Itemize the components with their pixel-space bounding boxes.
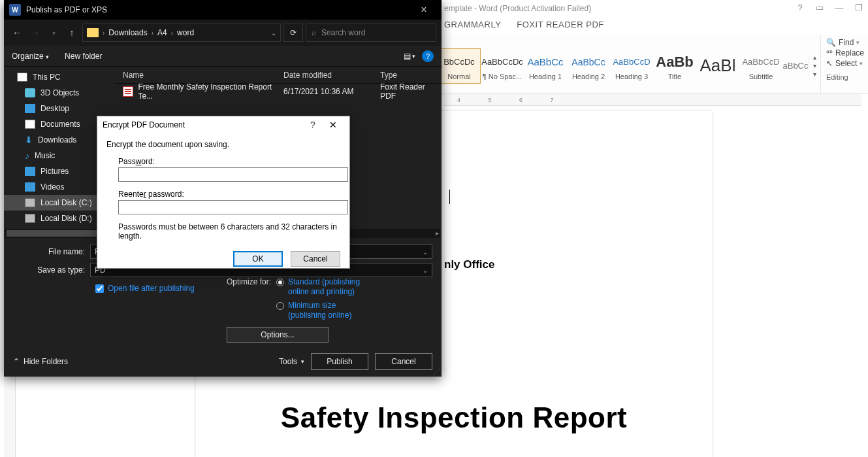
list-header[interactable]: Name Date modified Type [115,67,442,84]
chevron-down-icon: ▾ [860,60,863,67]
style-aabi[interactable]: AaBl [696,53,739,79]
password-input[interactable] [118,167,348,182]
breadcrumb-a4[interactable]: A4 [157,28,167,37]
new-folder-button[interactable]: New folder [65,52,102,61]
style-subtitle[interactable]: AaBbCcD Subtitle [739,49,782,83]
chevron-down-icon: ▾ [856,39,860,46]
breadcrumb-word[interactable]: word [177,28,194,37]
style-gallery[interactable]: BbCcDc Normal AaBbCcDc ¶ No Spac... AaBb… [438,35,821,93]
col-type[interactable]: Type [380,71,442,80]
file-row[interactable]: Free Monthly Safety Inspection Report Te… [115,84,442,99]
style-heading2[interactable]: AaBbCc Heading 2 [567,49,610,83]
downloads-icon: ⬇ [25,135,33,144]
minimize-icon[interactable]: — [834,3,844,12]
style-subtle-emphasis[interactable]: AaBbCcE [782,53,809,79]
help-button[interactable]: ? [304,120,322,130]
style-title[interactable]: AaBb Title [653,49,696,83]
close-button[interactable]: ✕ [322,120,344,130]
pdf-file-icon [123,86,133,97]
optimize-minimum-radio[interactable]: Minimum size (publishing online) [276,301,373,320]
search-icon: ⌕ [312,28,316,37]
ribbon-tabs: GRAMMARLY FOXIT READER PDF [444,20,604,29]
disk-icon [25,214,35,223]
tab-foxit[interactable]: FOXIT READER PDF [517,20,603,29]
style-sample: AaBl [698,56,738,76]
chevron-down-icon[interactable]: ⌄ [423,267,428,274]
publish-title: Publish as PDF or XPS [26,5,406,14]
file-name-label: File name: [13,247,85,256]
cancel-button[interactable]: Cancel [291,251,340,267]
breadcrumb-downloads[interactable]: Downloads [108,28,147,37]
find-button[interactable]: 🔍Find▾ [826,38,864,47]
ribbon-display-icon[interactable]: ▭ [814,3,825,12]
replace-button[interactable]: ᵃᵇReplace [826,48,864,58]
up-button[interactable]: ↑ [64,27,80,38]
style-normal[interactable]: BbCcDc Normal [438,48,481,84]
reenter-password-input[interactable] [118,200,348,214]
style-sample: AaBbCc [568,52,609,73]
tree-desktop[interactable]: Desktop [4,101,115,116]
publish-button[interactable]: Publish [311,353,368,370]
file-date: 6/17/2021 10:36 AM [283,87,380,96]
tree-this-pc[interactable]: This PC [4,69,115,85]
search-input[interactable]: ⌕ Search word [306,24,436,42]
tab-grammarly[interactable]: GRAMMARLY [444,20,501,29]
encrypt-title: Encrypt PDF Document [103,120,304,129]
save-type-label: Save as type: [13,265,85,275]
style-sample: BbCcDc [440,52,479,73]
word-icon: W [9,4,21,16]
encrypt-titlebar: Encrypt PDF Document ? ✕ [97,116,349,133]
view-icon: ▤ [404,52,411,61]
options-button[interactable]: Options... [227,327,329,343]
style-sample: AaBb [654,52,695,73]
optimize-standard-radio[interactable]: Standard (publishing online and printing… [276,277,373,297]
style-label: ¶ No Spac... [482,73,522,80]
chevron-right-icon: › [152,29,153,37]
desktop-icon [25,104,35,113]
restore-icon[interactable]: ❐ [854,3,864,12]
view-button[interactable]: ▤▾ [404,52,415,61]
horizontal-ruler[interactable]: 4 5 6 7 [444,94,861,106]
style-heading1[interactable]: AaBbCc Heading 1 [524,49,567,83]
editing-group-label: Editing [826,73,864,81]
help-button[interactable]: ? [422,50,434,62]
select-button[interactable]: ↖Select▾ [826,59,864,68]
search-placeholder: Search word [321,28,365,37]
organize-button[interactable]: Organize ▾ [12,52,49,61]
close-button[interactable]: × [411,4,436,16]
chevron-right-icon: › [171,29,173,37]
encrypt-buttons: OK Cancel [97,251,349,273]
back-button[interactable]: ← [9,27,25,38]
breadcrumb[interactable]: › Downloads › A4 › word ⌄ [82,24,281,42]
chevron-down-icon: ▾ [813,62,816,69]
help-icon[interactable]: ? [795,3,805,12]
file-name: Free Monthly Safety Inspection Report Te… [138,82,283,101]
refresh-button[interactable]: ⟳ [283,24,303,42]
ok-button[interactable]: OK [233,251,283,267]
disk-icon [25,198,35,207]
scroll-right-icon[interactable]: ▸ [436,229,439,237]
open-after-check[interactable] [95,284,104,293]
col-name[interactable]: Name [115,71,283,80]
chevron-down-icon[interactable]: ⌄ [423,248,428,256]
resize-grip[interactable]: ⋰ [434,368,440,375]
breadcrumb-dropdown[interactable]: ⌄ [271,29,276,37]
forward-button[interactable]: → [27,27,43,38]
style-heading3[interactable]: AaBbCcD Heading 3 [610,49,653,83]
password-label: Password: [118,157,340,166]
style-gallery-expand[interactable]: ▴ ▾ ▾ [809,54,820,78]
style-label: Normal [440,73,479,80]
encrypt-dialog: Encrypt PDF Document ? ✕ Encrypt the doc… [97,116,350,269]
style-no-spacing[interactable]: AaBbCcDc ¶ No Spac... [481,49,524,83]
col-date[interactable]: Date modified [283,71,380,80]
cancel-button[interactable]: Cancel [375,353,432,370]
chevron-up-icon: ▴ [813,54,816,61]
word-title: emplate - Word (Product Activation Faile… [444,4,591,13]
chevron-down-icon: ▾ [412,53,415,59]
replace-icon: ᵃᵇ [826,48,833,58]
recent-dropdown[interactable]: ▾ [46,29,61,37]
optimize-block: Optimize for: Standard (publishing onlin… [223,277,373,343]
tree-3d-objects[interactable]: 3D Objects [4,85,115,101]
tools-dropdown[interactable]: Tools▾ [279,357,304,366]
hide-folders-button[interactable]: ⌃Hide Folders [13,357,68,366]
